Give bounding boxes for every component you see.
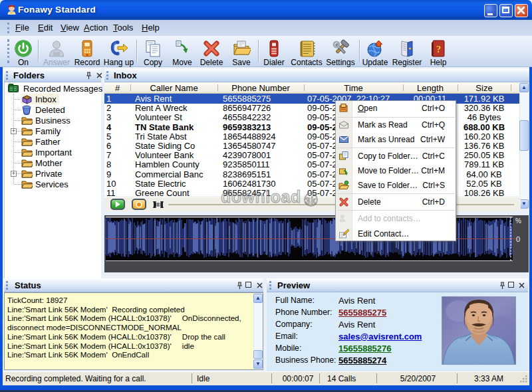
svg-text:0: 0 [516, 235, 520, 243]
svg-text:?: ? [436, 43, 442, 54]
svg-text:%: % [515, 217, 521, 225]
